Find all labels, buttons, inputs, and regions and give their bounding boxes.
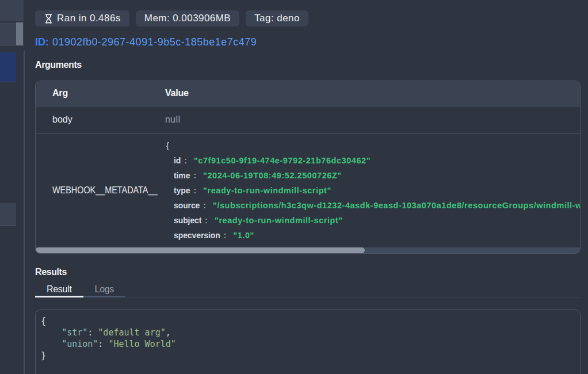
object-separator: :	[205, 216, 208, 225]
object-entry: time:"2024-06-19T08:49:52.2500726Z"	[174, 168, 581, 183]
tag-badge-label: Tag: deno	[254, 13, 300, 24]
tab-result[interactable]: Result	[35, 280, 83, 297]
app: Ran in 0.486s Mem: 0.003906MB Tag: deno …	[0, 0, 588, 374]
code-key: "str"	[62, 327, 87, 338]
arguments-heading: Arguments	[35, 58, 581, 72]
job-id-label: ID:	[35, 36, 49, 48]
results-tabbar: Result Logs	[35, 280, 581, 297]
object-separator: :	[193, 186, 196, 195]
arg-name-cell: WEBHOOK__METADATA__	[36, 133, 148, 247]
object-viewer: { id:"c7f91c50-9f19-474e-9792-21b76dc304…	[165, 138, 581, 243]
object-value: "ready-to-run-windmill-script"	[215, 216, 343, 225]
arguments-table: Arg Value body null WEBHOOK__METADATA__ …	[36, 81, 581, 247]
code-indent	[41, 327, 62, 338]
object-key[interactable]: type	[174, 186, 190, 195]
object-entry: specversion:"1.0"	[174, 228, 581, 243]
job-stats-row: Ran in 0.486s Mem: 0.003906MB Tag: deno	[35, 10, 581, 26]
job-id-line: ID:01902fb0-2967-4091-9b5c-185be1e7c479	[35, 35, 581, 49]
arg-column-header: Arg	[36, 81, 148, 106]
object-value: "/subscriptions/h3c3qw-d1232-4asdk-9easd…	[213, 201, 581, 210]
horizontal-scrollbar-thumb[interactable]	[36, 247, 365, 253]
code-brace: }	[41, 350, 46, 361]
object-entry: type:"ready-to-run-windmill-script"	[174, 183, 581, 198]
object-value: "ready-to-run-windmill-script"	[203, 186, 331, 195]
table-row: body null	[36, 106, 581, 133]
object-separator: :	[184, 156, 187, 165]
object-key[interactable]: specversion	[174, 231, 220, 240]
tab-logs[interactable]: Logs	[83, 280, 126, 297]
memory-badge-label: Mem: 0.003906MB	[144, 13, 231, 24]
result-json: { "str": "default arg", "union": "Hello …	[41, 315, 575, 361]
object-separator: :	[224, 231, 227, 240]
arg-name-cell: body	[36, 106, 148, 133]
left-panel-item[interactable]	[0, 203, 16, 226]
object-value: "c7f91c50-9f19-474e-9792-21b76dc30462"	[194, 156, 371, 165]
memory-badge: Mem: 0.003906MB	[136, 10, 239, 26]
horizontal-scrollbar-track[interactable]	[36, 247, 580, 253]
arg-name-label: WEBHOOK__METADATA__	[52, 185, 157, 196]
table-row: WEBHOOK__METADATA__ { id:"c7f91c50-9f19-…	[36, 133, 581, 247]
arg-value-cell: null	[148, 106, 581, 133]
code-comma: ,	[166, 327, 171, 338]
object-entry: id:"c7f91c50-9f19-474e-9792-21b76dc30462…	[174, 153, 581, 168]
results-heading: Results	[35, 265, 581, 279]
object-entry: subject:"ready-to-run-windmill-script"	[174, 213, 581, 228]
left-panel	[0, 0, 24, 374]
panel-divider[interactable]	[24, 0, 25, 374]
code-colon: :	[98, 339, 108, 349]
job-id-link[interactable]: 01902fb0-2967-4091-9b5c-185be1e7c479	[52, 36, 257, 48]
object-separator: :	[193, 171, 196, 180]
arguments-table-scroll-container[interactable]: Arg Value body null WEBHOOK__METADATA__ …	[35, 81, 581, 254]
result-json-box: { "str": "default arg", "union": "Hello …	[35, 310, 581, 374]
code-colon: :	[87, 327, 98, 338]
left-panel-selected-item[interactable]	[0, 52, 16, 82]
object-value: "2024-06-19T08:49:52.2500726Z"	[203, 171, 342, 180]
arg-value-cell: { id:"c7f91c50-9f19-474e-9792-21b76dc304…	[148, 133, 581, 247]
tag-badge: Tag: deno	[246, 10, 308, 26]
arguments-table-header-row: Arg Value	[36, 81, 581, 106]
runtime-badge-label: Ran in 0.486s	[57, 13, 121, 24]
object-key[interactable]: subject	[174, 216, 201, 225]
runtime-badge: Ran in 0.486s	[35, 10, 129, 26]
object-value: "1.0"	[233, 231, 254, 240]
value-column-header: Value	[148, 81, 581, 106]
code-string: "Hello World"	[108, 339, 175, 349]
object-entry: source:"/subscriptions/h3c3qw-d1232-4asd…	[174, 198, 581, 213]
code-indent	[41, 339, 62, 349]
object-open-brace: {	[166, 138, 581, 153]
null-value: null	[165, 115, 181, 124]
object-key[interactable]: source	[174, 201, 200, 210]
left-panel-scrollbar-thumb[interactable]	[16, 22, 23, 45]
hourglass-icon	[44, 14, 54, 24]
object-entries: id:"c7f91c50-9f19-474e-9792-21b76dc30462…	[174, 153, 581, 243]
code-string: "default arg"	[98, 327, 165, 338]
job-detail-panel: Ran in 0.486s Mem: 0.003906MB Tag: deno …	[25, 0, 588, 374]
object-key[interactable]: id	[174, 156, 181, 165]
object-separator: :	[203, 201, 206, 210]
code-key: "union"	[62, 339, 98, 349]
left-panel-item[interactable]	[0, 0, 24, 22]
object-key[interactable]: time	[174, 171, 190, 180]
code-brace: {	[41, 316, 46, 326]
